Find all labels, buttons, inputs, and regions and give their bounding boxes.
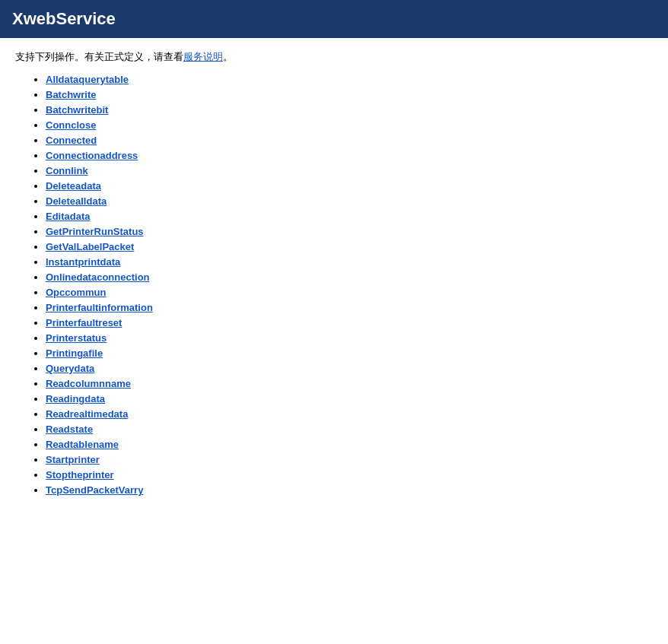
operation-link[interactable]: Printerstatus — [46, 332, 107, 344]
operation-link[interactable]: Printerfaultinformation — [46, 302, 153, 313]
list-item: Readrealtimedata — [46, 408, 653, 420]
operation-link[interactable]: Onlinedataconnection — [46, 271, 150, 283]
operation-link[interactable]: GetPrinterRunStatus — [46, 226, 144, 237]
list-item: Startprinter — [46, 453, 653, 465]
operation-link[interactable]: Alldataquerytable — [46, 74, 129, 85]
operation-link[interactable]: Readingdata — [46, 393, 105, 404]
operation-link[interactable]: Printerfaultreset — [46, 317, 122, 328]
description-before: 支持下列操作。有关正式定义，请查看 — [15, 51, 183, 62]
operation-link[interactable]: Querydata — [46, 363, 94, 374]
list-item: Batchwritebit — [46, 103, 653, 116]
list-item: Readingdata — [46, 392, 653, 404]
operation-link[interactable]: Readcolumnname — [46, 378, 131, 389]
list-item: Alldataquerytable — [46, 73, 653, 85]
list-item: Deleteadata — [46, 179, 653, 192]
operation-link[interactable]: Batchwrite — [46, 89, 96, 100]
operation-link[interactable]: GetValLabelPacket — [46, 241, 134, 252]
list-item: Deletealldata — [46, 195, 653, 207]
operation-link[interactable]: Readstate — [46, 424, 93, 435]
list-item: Opccommun — [46, 286, 653, 298]
list-item: Stoptheprinter — [46, 468, 653, 481]
list-item: GetPrinterRunStatus — [46, 225, 653, 237]
list-item: GetValLabelPacket — [46, 240, 653, 252]
operation-link[interactable]: Connected — [46, 135, 97, 146]
list-item: Readcolumnname — [46, 377, 653, 389]
operation-link[interactable]: Instantprintdata — [46, 256, 120, 268]
page-title: XwebService — [12, 9, 656, 29]
list-item: Onlinedataconnection — [46, 271, 653, 283]
operation-link[interactable]: Readrealtimedata — [46, 408, 128, 420]
operation-link[interactable]: Readtablename — [46, 439, 119, 450]
operation-link[interactable]: Opccommun — [46, 287, 106, 298]
operation-link[interactable]: Deletealldata — [46, 195, 107, 207]
list-item: Printerfaultinformation — [46, 301, 653, 313]
list-item: Printingafile — [46, 347, 653, 359]
operation-link[interactable]: Deleteadata — [46, 180, 101, 192]
list-item: Readtablename — [46, 438, 653, 450]
list-item: TcpSendPacketVarry — [46, 484, 653, 496]
operation-link[interactable]: Stoptheprinter — [46, 469, 114, 481]
list-item: Printerfaultreset — [46, 316, 653, 328]
operation-link[interactable]: Batchwritebit — [46, 104, 108, 116]
service-description-link[interactable]: 服务说明 — [183, 51, 223, 62]
list-item: Readstate — [46, 423, 653, 435]
operation-link[interactable]: Editadata — [46, 211, 91, 222]
list-item: Connectionaddress — [46, 149, 653, 161]
list-item: Instantprintdata — [46, 255, 653, 268]
list-item: Querydata — [46, 362, 653, 374]
list-item: Printerstatus — [46, 332, 653, 344]
main-content: 支持下列操作。有关正式定义，请查看服务说明。 Alldataquerytable… — [0, 38, 668, 511]
description-text: 支持下列操作。有关正式定义，请查看服务说明。 — [15, 50, 653, 64]
operation-link[interactable]: Connectionaddress — [46, 150, 138, 161]
list-item: Connclose — [46, 119, 653, 131]
operations-list: AlldataquerytableBatchwriteBatchwritebit… — [46, 73, 653, 496]
operation-link[interactable]: Connclose — [46, 119, 96, 131]
operation-link[interactable]: TcpSendPacketVarry — [46, 484, 143, 496]
operation-link[interactable]: Connlink — [46, 165, 88, 176]
list-item: Batchwrite — [46, 88, 653, 100]
list-item: Connlink — [46, 164, 653, 176]
operation-link[interactable]: Startprinter — [46, 454, 100, 465]
description-after: 。 — [223, 51, 233, 62]
page-header: XwebService — [0, 0, 668, 38]
list-item: Connected — [46, 134, 653, 146]
list-item: Editadata — [46, 210, 653, 222]
operation-link[interactable]: Printingafile — [46, 347, 103, 359]
